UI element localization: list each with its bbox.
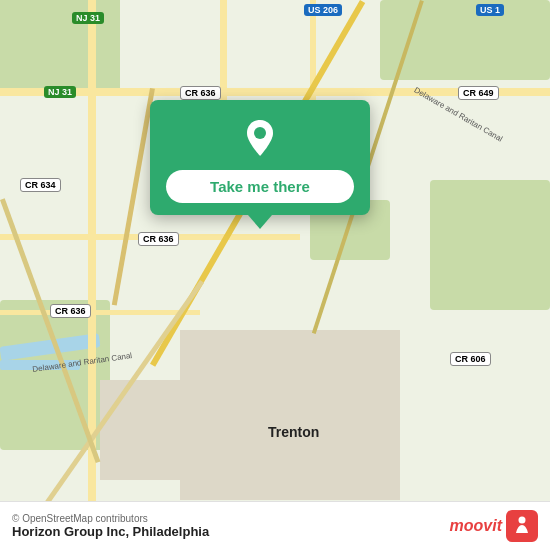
bottom-bar: © OpenStreetMap contributors Horizon Gro…: [0, 501, 550, 550]
take-me-there-button[interactable]: Take me there: [166, 170, 354, 203]
svg-point-1: [254, 127, 266, 139]
water-canal-2: [0, 360, 80, 370]
moovit-icon: [506, 510, 538, 542]
park-area-4: [430, 180, 550, 310]
road-v1: [88, 0, 96, 550]
park-area-2: [380, 0, 550, 80]
location-pin-icon: [238, 116, 282, 160]
moovit-logo: moovit: [450, 510, 538, 542]
location-name: Horizon Group Inc, Philadelphia: [12, 524, 209, 539]
map-container: NJ 31 US 206 US 1 NJ 31 CR 636 CR 649 CR…: [0, 0, 550, 550]
osm-attribution: © OpenStreetMap contributors: [12, 513, 209, 524]
urban-block-2: [100, 380, 200, 480]
svg-point-2: [519, 517, 526, 524]
moovit-person-icon: [511, 515, 533, 537]
urban-block: [180, 330, 400, 500]
road-h1: [0, 88, 550, 96]
bottom-left-info: © OpenStreetMap contributors Horizon Gro…: [12, 513, 209, 539]
park-area: [0, 0, 120, 90]
popup-card: Take me there: [150, 100, 370, 215]
road-h2: [0, 234, 300, 240]
road-h3: [0, 310, 200, 315]
moovit-text: moovit: [450, 517, 502, 535]
